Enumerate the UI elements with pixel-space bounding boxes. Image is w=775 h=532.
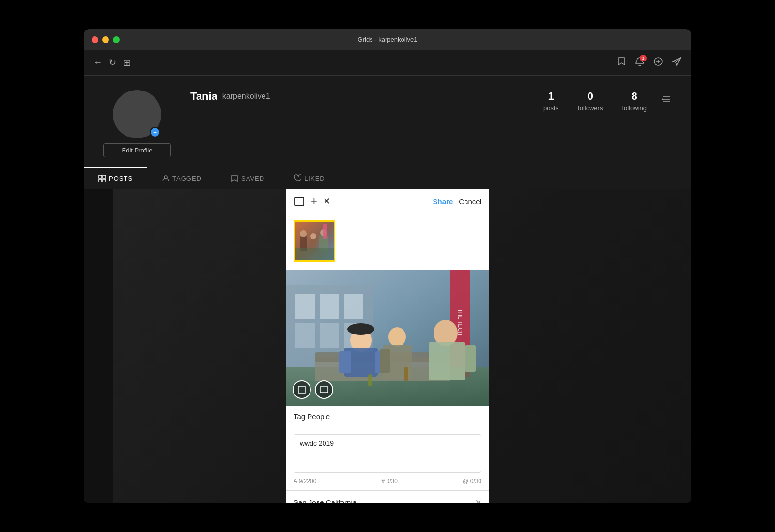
- following-label: following: [622, 105, 647, 112]
- svg-rect-36: [339, 351, 351, 373]
- svg-rect-42: [429, 342, 465, 380]
- svg-point-38: [388, 327, 406, 347]
- posts-label: posts: [543, 105, 558, 112]
- profile-username: karpenkolive1: [222, 92, 270, 101]
- background-content: + ✕ Share Cancel: [84, 189, 691, 503]
- close-icon[interactable]: ✕: [323, 196, 330, 207]
- svg-rect-45: [368, 374, 372, 386]
- svg-rect-44: [404, 367, 408, 381]
- caption-counters: A 9/2200 # 0/30 @ 0/30: [294, 478, 481, 485]
- posts-stat: 1 posts: [543, 90, 558, 112]
- app-body: ← ↻ ⊞ 1: [84, 50, 691, 503]
- square-aspect-button[interactable]: [293, 380, 311, 399]
- tag-people-section: Tag People: [286, 406, 489, 428]
- tab-saved[interactable]: Saved: [216, 167, 279, 189]
- svg-rect-8: [103, 179, 106, 182]
- svg-rect-47: [320, 387, 328, 393]
- tab-tagged-label: Tagged: [172, 175, 202, 182]
- nav-bar: ← ↻ ⊞ 1: [84, 50, 691, 76]
- location-clear-button[interactable]: ✕: [475, 498, 481, 503]
- profile-display-name: Tania: [190, 90, 217, 103]
- svg-rect-19: [295, 248, 334, 260]
- char-count: A 9/2200: [294, 478, 316, 485]
- svg-rect-40: [380, 349, 390, 373]
- share-button[interactable]: Share: [433, 198, 453, 206]
- thumbnail-selected[interactable]: [294, 220, 335, 262]
- avatar: +: [113, 90, 161, 138]
- followers-count: 0: [588, 90, 593, 103]
- svg-rect-18: [323, 224, 327, 239]
- location-row: San Jose,California ✕: [286, 491, 489, 503]
- svg-rect-46: [298, 386, 305, 393]
- close-button[interactable]: [92, 36, 98, 43]
- tab-liked[interactable]: Liked: [279, 167, 340, 189]
- tab-posts-label: Posts: [109, 175, 133, 182]
- preview-image: THE TECH: [286, 270, 489, 406]
- notification-badge: 1: [640, 55, 647, 61]
- back-icon[interactable]: ←: [93, 58, 102, 68]
- svg-rect-6: [103, 175, 106, 178]
- profile-stats: 1 posts 0 followers 8 following: [543, 90, 647, 112]
- svg-rect-7: [99, 179, 102, 182]
- image-controls: [293, 380, 333, 399]
- add-circle-icon[interactable]: [653, 57, 663, 69]
- landscape-aspect-button[interactable]: [315, 380, 333, 399]
- svg-rect-23: [320, 294, 339, 319]
- hashtag-count: # 0/30: [382, 478, 398, 485]
- svg-rect-22: [295, 294, 315, 319]
- following-stat: 8 following: [622, 90, 647, 112]
- tag-people-label: Tag People: [294, 412, 330, 421]
- followers-stat: 0 followers: [578, 90, 603, 112]
- avatar-section: + Edit Profile: [103, 90, 171, 157]
- profile-tabs: Posts Tagged Saved Liked: [84, 167, 691, 189]
- svg-point-4: [662, 98, 664, 100]
- tab-liked-label: Liked: [304, 175, 325, 182]
- thumbnails-strip: [286, 214, 489, 270]
- location-value: San Jose,California: [294, 498, 475, 503]
- profile-area: + Edit Profile Tania karpenkolive1 1 pos…: [84, 76, 691, 157]
- nav-right: 1: [617, 57, 682, 69]
- svg-text:THE TECH: THE TECH: [457, 309, 463, 335]
- window-title: Grids - karpenkolive1: [358, 36, 418, 43]
- svg-point-34: [347, 323, 374, 335]
- svg-point-15: [310, 233, 316, 239]
- mac-window: Grids - karpenkolive1 ← ↻ ⊞: [84, 29, 691, 503]
- traffic-lights: [92, 36, 120, 43]
- tab-tagged[interactable]: Tagged: [147, 167, 216, 189]
- select-icon[interactable]: [294, 196, 305, 207]
- dialog-toolbar: + ✕ Share Cancel: [286, 189, 489, 214]
- caption-section: wwdc 2019 A 9/2200 # 0/30 @ 0/30: [286, 428, 489, 491]
- maximize-button[interactable]: [113, 36, 120, 43]
- avatar-add-button[interactable]: +: [150, 127, 160, 137]
- nav-left: ← ↻ ⊞: [93, 57, 131, 68]
- notifications-icon[interactable]: 1: [635, 57, 645, 69]
- svg-point-13: [300, 230, 307, 237]
- profile-name-row: Tania karpenkolive1: [190, 90, 543, 103]
- tab-saved-label: Saved: [241, 175, 264, 182]
- send-icon[interactable]: [672, 57, 682, 69]
- followers-label: followers: [578, 105, 603, 112]
- svg-rect-10: [295, 197, 304, 206]
- caption-input[interactable]: wwdc 2019: [294, 434, 481, 473]
- profile-info: Tania karpenkolive1: [190, 90, 543, 110]
- options-icon[interactable]: [661, 95, 672, 104]
- svg-rect-24: [344, 294, 363, 319]
- edit-profile-button[interactable]: Edit Profile: [103, 143, 171, 157]
- bookmark-icon[interactable]: [617, 57, 626, 69]
- posts-count: 1: [548, 90, 554, 103]
- modal-overlay: + ✕ Share Cancel: [84, 189, 691, 503]
- cancel-button[interactable]: Cancel: [459, 198, 481, 206]
- share-dialog: + ✕ Share Cancel: [286, 189, 489, 503]
- svg-rect-5: [99, 175, 102, 178]
- grid-view-icon[interactable]: ⊞: [123, 57, 131, 68]
- svg-rect-43: [465, 345, 476, 372]
- mention-count: @ 0/30: [463, 478, 481, 485]
- title-bar: Grids - karpenkolive1: [84, 29, 691, 50]
- minimize-button[interactable]: [102, 36, 109, 43]
- forward-icon[interactable]: ↻: [109, 57, 116, 68]
- svg-rect-25: [295, 323, 315, 348]
- following-count: 8: [632, 90, 637, 103]
- add-photo-icon[interactable]: +: [311, 195, 317, 208]
- tab-posts[interactable]: Posts: [84, 167, 147, 189]
- svg-rect-26: [320, 323, 339, 348]
